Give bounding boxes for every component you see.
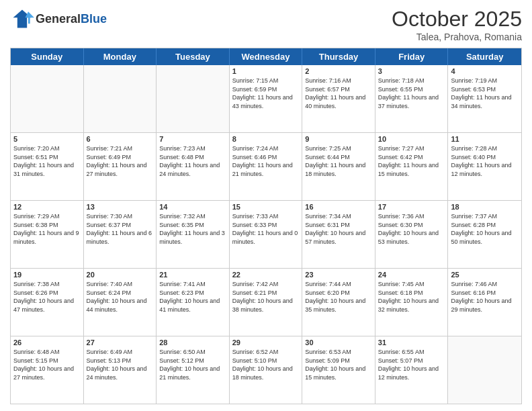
location-subtitle: Talea, Prahova, Romania	[392, 32, 522, 42]
day-cell-28: 28Sunrise: 6:50 AMSunset: 5:12 PMDayligh…	[157, 336, 230, 404]
day-info: Sunrise: 6:48 AMSunset: 5:15 PMDaylight:…	[13, 348, 81, 381]
week-row-2: 5Sunrise: 7:20 AMSunset: 6:51 PMDaylight…	[11, 133, 521, 201]
day-header-friday: Friday	[375, 48, 449, 65]
day-info: Sunrise: 7:33 AMSunset: 6:33 PMDaylight:…	[232, 212, 300, 246]
day-info: Sunrise: 7:28 AMSunset: 6:40 PMDaylight:…	[451, 144, 519, 178]
day-info: Sunrise: 7:46 AMSunset: 6:16 PMDaylight:…	[451, 280, 519, 314]
day-number: 29	[232, 338, 300, 347]
day-info: Sunrise: 7:21 AMSunset: 6:49 PMDaylight:…	[87, 144, 154, 178]
logo-blue: Blue	[81, 12, 107, 26]
day-number: 12	[13, 203, 81, 211]
day-info: Sunrise: 7:30 AMSunset: 6:37 PMDaylight:…	[87, 212, 154, 246]
day-info: Sunrise: 7:15 AMSunset: 6:59 PMDaylight:…	[232, 77, 300, 110]
day-cell-1: 1Sunrise: 7:15 AMSunset: 6:59 PMDaylight…	[230, 65, 303, 132]
day-cell-22: 22Sunrise: 7:42 AMSunset: 6:21 PMDayligh…	[230, 269, 303, 336]
day-info: Sunrise: 7:40 AMSunset: 6:24 PMDaylight:…	[87, 280, 154, 314]
day-cell-27: 27Sunrise: 6:49 AMSunset: 5:13 PMDayligh…	[84, 336, 157, 404]
day-cell-14: 14Sunrise: 7:32 AMSunset: 6:35 PMDayligh…	[157, 201, 230, 268]
logo-general: General	[36, 12, 81, 26]
day-number: 2	[305, 67, 372, 75]
day-cell-16: 16Sunrise: 7:34 AMSunset: 6:31 PMDayligh…	[302, 201, 375, 268]
day-cell-31: 31Sunrise: 6:55 AMSunset: 5:07 PMDayligh…	[375, 336, 449, 404]
day-number: 15	[232, 203, 300, 211]
day-info: Sunrise: 7:20 AMSunset: 6:51 PMDaylight:…	[13, 144, 81, 178]
day-number: 20	[87, 271, 154, 279]
day-number: 18	[451, 203, 519, 211]
day-info: Sunrise: 6:50 AMSunset: 5:12 PMDaylight:…	[159, 348, 226, 381]
day-cell-25: 25Sunrise: 7:46 AMSunset: 6:16 PMDayligh…	[448, 269, 521, 336]
page: GeneralBlue October 2025 Talea, Prahova,…	[0, 0, 532, 411]
day-number: 6	[87, 135, 154, 143]
day-info: Sunrise: 6:52 AMSunset: 5:10 PMDaylight:…	[232, 348, 300, 381]
day-cell-empty	[84, 65, 157, 132]
day-number: 24	[378, 271, 445, 279]
week-row-3: 12Sunrise: 7:29 AMSunset: 6:38 PMDayligh…	[11, 201, 521, 269]
day-info: Sunrise: 7:41 AMSunset: 6:23 PMDaylight:…	[159, 280, 226, 314]
day-cell-24: 24Sunrise: 7:45 AMSunset: 6:18 PMDayligh…	[375, 269, 449, 336]
day-number: 22	[232, 271, 300, 279]
day-number: 4	[451, 67, 519, 75]
day-info: Sunrise: 7:38 AMSunset: 6:26 PMDaylight:…	[13, 280, 81, 314]
logo: GeneralBlue	[10, 7, 107, 31]
day-header-thursday: Thursday	[302, 48, 375, 65]
day-cell-10: 10Sunrise: 7:27 AMSunset: 6:42 PMDayligh…	[375, 133, 449, 200]
day-info: Sunrise: 7:25 AMSunset: 6:44 PMDaylight:…	[305, 144, 372, 178]
day-cell-15: 15Sunrise: 7:33 AMSunset: 6:33 PMDayligh…	[230, 201, 303, 268]
day-number: 1	[232, 67, 300, 75]
day-cell-13: 13Sunrise: 7:30 AMSunset: 6:37 PMDayligh…	[84, 201, 157, 268]
day-cell-19: 19Sunrise: 7:38 AMSunset: 6:26 PMDayligh…	[11, 269, 84, 336]
day-cell-7: 7Sunrise: 7:23 AMSunset: 6:48 PMDaylight…	[157, 133, 230, 200]
day-header-wednesday: Wednesday	[230, 48, 303, 65]
day-cell-empty	[11, 65, 84, 132]
day-number: 27	[87, 338, 154, 347]
day-cell-9: 9Sunrise: 7:25 AMSunset: 6:44 PMDaylight…	[302, 133, 375, 200]
day-info: Sunrise: 7:42 AMSunset: 6:21 PMDaylight:…	[232, 280, 300, 314]
day-cell-17: 17Sunrise: 7:36 AMSunset: 6:30 PMDayligh…	[375, 201, 449, 268]
day-cell-26: 26Sunrise: 6:48 AMSunset: 5:15 PMDayligh…	[11, 336, 84, 404]
day-number: 11	[451, 135, 519, 143]
logo-text: GeneralBlue	[36, 12, 107, 26]
day-cell-30: 30Sunrise: 6:53 AMSunset: 5:09 PMDayligh…	[302, 336, 375, 404]
day-header-monday: Monday	[84, 48, 157, 65]
day-number: 9	[305, 135, 372, 143]
day-cell-8: 8Sunrise: 7:24 AMSunset: 6:46 PMDaylight…	[230, 133, 303, 200]
day-number: 3	[378, 67, 445, 75]
day-cell-29: 29Sunrise: 6:52 AMSunset: 5:10 PMDayligh…	[230, 336, 303, 404]
day-info: Sunrise: 7:16 AMSunset: 6:57 PMDaylight:…	[305, 77, 372, 110]
calendar-header: SundayMondayTuesdayWednesdayThursdayFrid…	[11, 48, 521, 65]
day-cell-empty	[448, 336, 521, 404]
day-info: Sunrise: 7:45 AMSunset: 6:18 PMDaylight:…	[378, 280, 445, 314]
day-cell-3: 3Sunrise: 7:18 AMSunset: 6:55 PMDaylight…	[375, 65, 449, 132]
header: GeneralBlue October 2025 Talea, Prahova,…	[10, 7, 522, 42]
day-info: Sunrise: 6:53 AMSunset: 5:09 PMDaylight:…	[305, 348, 372, 381]
day-cell-empty	[157, 65, 230, 132]
day-number: 31	[378, 338, 445, 347]
day-cell-12: 12Sunrise: 7:29 AMSunset: 6:38 PMDayligh…	[11, 201, 84, 268]
day-info: Sunrise: 7:27 AMSunset: 6:42 PMDaylight:…	[378, 144, 445, 178]
day-info: Sunrise: 7:19 AMSunset: 6:53 PMDaylight:…	[451, 77, 519, 110]
day-number: 17	[378, 203, 445, 211]
day-number: 16	[305, 203, 372, 211]
day-cell-18: 18Sunrise: 7:37 AMSunset: 6:28 PMDayligh…	[448, 201, 521, 268]
day-number: 28	[159, 338, 226, 347]
day-info: Sunrise: 7:18 AMSunset: 6:55 PMDaylight:…	[378, 77, 445, 110]
day-number: 8	[232, 135, 300, 143]
day-number: 13	[87, 203, 154, 211]
day-info: Sunrise: 7:23 AMSunset: 6:48 PMDaylight:…	[159, 144, 226, 178]
day-info: Sunrise: 7:32 AMSunset: 6:35 PMDaylight:…	[159, 212, 226, 246]
day-number: 7	[159, 135, 226, 143]
week-row-4: 19Sunrise: 7:38 AMSunset: 6:26 PMDayligh…	[11, 269, 521, 336]
day-number: 25	[451, 271, 519, 279]
day-number: 21	[159, 271, 226, 279]
day-info: Sunrise: 7:29 AMSunset: 6:38 PMDaylight:…	[13, 212, 81, 246]
week-row-1: 1Sunrise: 7:15 AMSunset: 6:59 PMDaylight…	[11, 65, 521, 133]
day-number: 23	[305, 271, 372, 279]
day-cell-23: 23Sunrise: 7:44 AMSunset: 6:20 PMDayligh…	[302, 269, 375, 336]
day-number: 10	[378, 135, 445, 143]
month-title: October 2025	[392, 7, 522, 32]
day-info: Sunrise: 6:55 AMSunset: 5:07 PMDaylight:…	[378, 348, 445, 381]
day-header-tuesday: Tuesday	[157, 48, 230, 65]
day-header-sunday: Sunday	[11, 48, 84, 65]
day-info: Sunrise: 7:24 AMSunset: 6:46 PMDaylight:…	[232, 144, 300, 178]
day-number: 26	[13, 338, 81, 347]
